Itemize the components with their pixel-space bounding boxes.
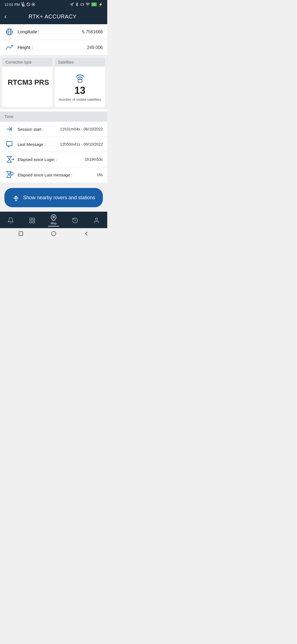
nearby-icon <box>12 193 20 202</box>
map-nav-indicator <box>48 226 59 227</box>
longitude-row: Longitude : 5.7561666 <box>0 24 107 40</box>
elapsed-login-value: 1h19m53s <box>85 157 103 162</box>
status-icons: 91 ⚡ <box>70 2 103 7</box>
elapsed-login-row: Elapsed since Login : 1h19m53s <box>0 152 107 167</box>
status-time: 12:51 PM <box>4 2 35 7</box>
location-section: Longitude : 5.7561666 Height : 249.006 <box>0 24 107 56</box>
satellites-header: Satellites <box>55 58 105 67</box>
nav-profile[interactable] <box>86 217 107 224</box>
navigation-icon <box>70 2 74 6</box>
satellite-label: Number of visible satellites <box>59 97 101 102</box>
map-nav-label: Map <box>51 222 56 225</box>
back-button[interactable]: ‹ <box>4 13 7 20</box>
height-value: 249.006 <box>87 45 103 50</box>
correction-value: RTCM3 PRS <box>6 78 49 87</box>
svg-marker-7 <box>70 3 73 6</box>
android-circle-icon <box>51 231 56 236</box>
height-icon <box>4 44 14 51</box>
svg-point-32 <box>53 216 54 218</box>
map-pin-icon <box>50 214 57 221</box>
elapsed-last-label: Elapsed since Last message : <box>18 173 97 177</box>
bottom-nav: Map <box>0 212 107 228</box>
longitude-label: Longitude : <box>18 29 82 34</box>
clock-refresh-icon <box>72 217 78 224</box>
svg-rect-29 <box>33 218 35 220</box>
time-header: Time <box>0 111 107 122</box>
nav-map[interactable]: Map <box>43 214 64 227</box>
svg-point-6 <box>33 4 34 5</box>
last-message-label: Last Message : <box>18 142 60 147</box>
main-content: Longitude : 5.7561666 Height : 249.006 C… <box>0 24 107 212</box>
user-icon <box>93 217 100 224</box>
svg-point-35 <box>51 231 56 236</box>
svg-rect-18 <box>7 141 12 146</box>
nav-shape[interactable] <box>21 217 43 224</box>
satellites-card: Satellites 13 Number of visible satellit… <box>55 58 105 107</box>
shape-icon <box>29 217 35 224</box>
longitude-icon <box>4 28 14 36</box>
bluetooth-icon <box>75 2 79 6</box>
nav-history[interactable] <box>64 217 86 224</box>
correction-body: RTCM3 PRS <box>2 67 53 97</box>
correction-card: Correction type RTCM3 PRS <box>2 58 53 107</box>
height-label: Height : <box>18 45 87 50</box>
correction-header: Correction type <box>2 58 53 67</box>
battery-percent: 91 <box>91 2 97 6</box>
session-start-label: Session start : <box>18 127 60 132</box>
wifi-icon <box>86 2 90 6</box>
android-back-icon <box>84 231 89 236</box>
svg-rect-34 <box>19 232 23 236</box>
last-message-value: 12h50m41s - 06/10/2022 <box>60 142 103 146</box>
circle-icon <box>31 2 35 6</box>
status-bar: 12:51 PM 91 ⚡ <box>0 0 107 9</box>
svg-rect-24 <box>10 173 13 175</box>
location-off-icon <box>26 2 30 6</box>
height-row: Height : 249.006 <box>0 40 107 55</box>
svg-rect-30 <box>30 221 32 223</box>
session-start-icon <box>4 125 14 133</box>
session-start-value: 11h31m04s - 06/10/2022 <box>60 127 103 131</box>
svg-line-4 <box>27 3 29 6</box>
elapsed-last-icon <box>4 171 14 179</box>
charging-icon: ⚡ <box>98 2 103 7</box>
android-square-icon <box>18 231 24 236</box>
bell-icon <box>7 217 14 224</box>
elapsed-last-row: Elapsed since Last message : 16s <box>0 167 107 182</box>
android-square-button[interactable] <box>18 231 24 238</box>
header: ‹ RTK+ ACCURACY <box>0 9 107 24</box>
android-nav <box>0 228 107 240</box>
nav-notifications[interactable] <box>0 217 21 224</box>
svg-point-33 <box>95 218 98 220</box>
correction-satellites-row: Correction type RTCM3 PRS Satellites 13 … <box>0 56 107 109</box>
mute-icon <box>21 2 25 7</box>
android-home-button[interactable] <box>51 231 56 238</box>
last-message-row: Last Message : 12h50m41s - 06/10/2022 <box>0 137 107 152</box>
page-title: RTK+ ACCURACY <box>11 13 94 20</box>
battery-low-icon <box>80 2 84 6</box>
svg-rect-28 <box>30 218 32 220</box>
satellites-body: 13 Number of visible satellites <box>55 67 105 107</box>
svg-rect-31 <box>33 221 35 223</box>
satellite-count: 13 <box>74 85 85 96</box>
elapsed-login-label: Elapsed since Login : <box>18 157 85 162</box>
elapsed-login-icon <box>4 156 14 163</box>
svg-point-27 <box>15 196 16 197</box>
show-nearby-button[interactable]: Show nearby rovers and stations <box>4 188 103 207</box>
tower-icon <box>12 193 20 201</box>
elapsed-last-value: 16s <box>97 173 103 177</box>
nearby-button-label: Show nearby rovers and stations <box>23 195 95 201</box>
last-message-icon <box>4 141 14 148</box>
session-start-row: Session start : 11h31m04s - 06/10/2022 <box>0 122 107 137</box>
longitude-value: 5.7561666 <box>82 29 103 34</box>
android-back-button[interactable] <box>84 231 89 238</box>
time-section: Time Session start : 11h31m04s - 06/10/2… <box>0 111 107 182</box>
svg-point-11 <box>87 6 88 6</box>
satellite-signal-icon <box>73 71 87 83</box>
button-section: Show nearby rovers and stations <box>0 182 107 212</box>
